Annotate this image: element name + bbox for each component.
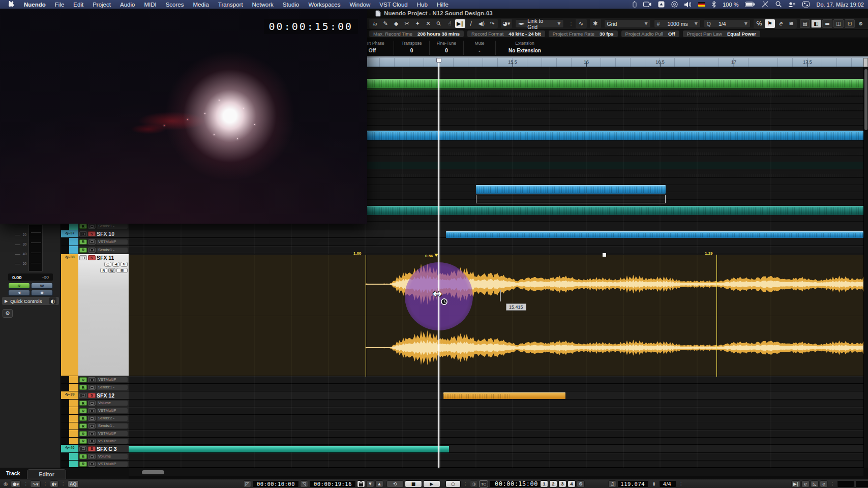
focus-icon[interactable] <box>671 1 678 8</box>
read-button[interactable]: R <box>79 239 87 245</box>
zoom-tool[interactable]: ⚲ <box>432 17 445 30</box>
track-list-automation-row[interactable]: RSends:1 - <box>61 422 129 430</box>
track-list-row[interactable]: 39SSFX 12 <box>61 391 129 400</box>
cycle-button[interactable]: ⟲ <box>386 480 404 487</box>
apple-menu[interactable] <box>4 1 19 8</box>
screen-record-icon[interactable] <box>643 2 651 7</box>
menu-edit[interactable]: Edit <box>69 2 88 8</box>
menu-window[interactable]: Window <box>345 2 375 8</box>
mute-automation-button[interactable] <box>88 454 96 459</box>
automation-lane-sends-2-[interactable] <box>129 415 863 422</box>
audio-edit-button[interactable]: e <box>820 480 828 487</box>
mute-button[interactable] <box>79 393 87 398</box>
automation-lane-sends-1-[interactable] <box>129 223 863 230</box>
record-enable-button[interactable]: ● <box>31 290 53 296</box>
split-tool[interactable]: ✂ <box>402 19 412 28</box>
goto-left-locator-button[interactable]: ◸ <box>243 480 251 487</box>
grid-type-select[interactable]: Grid▼ <box>604 19 651 28</box>
track-list-row[interactable]: 40SSFX C 3 <box>61 445 129 453</box>
glue-tool[interactable]: ✦ <box>412 19 423 28</box>
track-list-automation-row[interactable]: RVSTMultiP <box>61 461 129 468</box>
write-automation-button[interactable]: W <box>31 283 53 289</box>
mute-button[interactable] <box>79 231 87 236</box>
menu-file[interactable]: File <box>50 2 69 8</box>
lock-button[interactable] <box>357 480 365 487</box>
track-list-automation-row[interactable]: RVSTMultiP <box>61 238 129 246</box>
monitor-button[interactable]: ◀ <box>8 290 30 296</box>
audio-input-select[interactable]: ∿ ▼ <box>30 480 40 487</box>
sfx10-audio-event[interactable] <box>446 231 863 238</box>
playhead-handle[interactable] <box>436 58 441 63</box>
eventinfo-mute[interactable]: Mute- <box>464 41 496 55</box>
audio-quantize-badge[interactable]: AQ <box>68 480 79 487</box>
metronome-select[interactable]: ◖ ▼ <box>50 480 58 487</box>
track-list-automation-row[interactable]: RVSTMultiP <box>61 430 129 438</box>
read-button[interactable]: R <box>79 423 87 429</box>
mute-automation-button[interactable] <box>88 239 96 245</box>
automation-lane-vstmultip[interactable] <box>129 430 863 438</box>
menu-audio[interactable]: Audio <box>115 2 139 8</box>
mute-automation-button[interactable] <box>88 439 96 444</box>
track-list-automation-row[interactable]: RVolume <box>61 400 129 407</box>
read-button[interactable]: R <box>79 416 87 421</box>
read-button[interactable]: R <box>79 454 87 459</box>
track-list-automation-row[interactable]: RSends:1 - <box>61 246 129 254</box>
mute-automation-button[interactable] <box>88 248 96 253</box>
fade-handle[interactable] <box>434 254 438 257</box>
object-selection-tool[interactable]: Ia <box>370 19 380 28</box>
sfx11-audio-event[interactable]: 1.00 0.56 1.29 <box>129 254 863 376</box>
track-list-automation-row[interactable]: RVSTMultiP <box>61 407 129 415</box>
quantize-percent-button[interactable]: ℅ <box>754 19 764 28</box>
track-list-row-selected[interactable]: 38SSFX 11○◀↻RW▦ <box>61 254 129 376</box>
read-automation-button[interactable]: R <box>8 283 30 289</box>
read-button[interactable]: R <box>79 224 87 229</box>
bypass-icon[interactable]: ◐ <box>49 297 56 304</box>
solo-button[interactable]: S <box>88 446 96 451</box>
goto-right-locator-button[interactable]: ◹ <box>300 480 308 487</box>
track-list-automation-row[interactable]: RVSTMultiP <box>61 438 129 445</box>
lower-zone-toggle[interactable]: ▬ <box>822 19 832 28</box>
track-list-automation-row[interactable]: RSends:1 - <box>61 223 129 230</box>
zones-overview-toggle[interactable]: ⊡ <box>845 19 855 28</box>
play-button[interactable]: ▶ <box>423 480 440 487</box>
track-list-automation-row[interactable]: RVSTMultiP <box>61 376 129 384</box>
mute-automation-button[interactable] <box>88 462 96 467</box>
automation-lane-sends-1-[interactable] <box>129 422 863 430</box>
time-signature-display[interactable]: 4/4 <box>659 480 676 487</box>
track-list-automation-row[interactable]: RVolume <box>61 453 129 461</box>
right-zone-toggle[interactable]: ◫ <box>833 19 844 28</box>
horizontal-scrollbar[interactable] <box>129 468 863 476</box>
monitor-button[interactable]: ◀ <box>112 262 119 267</box>
automation-lane-volume[interactable] <box>129 453 863 461</box>
solo-button[interactable]: S <box>88 255 96 260</box>
horizontal-scrollbar-thumb[interactable] <box>142 470 164 474</box>
menu-hub[interactable]: Hub <box>412 2 432 8</box>
tempo-track-button[interactable]: ♫ <box>608 480 616 487</box>
read-button[interactable]: R <box>79 401 87 406</box>
volume-icon[interactable] <box>684 2 692 8</box>
play-order-tool[interactable]: ▶‖ <box>455 19 465 28</box>
grid-value-select[interactable]: # 1000 ms▼ <box>654 19 701 28</box>
scrub-tool[interactable]: ◀) <box>476 19 487 28</box>
read-button[interactable]: R <box>79 385 87 390</box>
write-automation-button[interactable]: W <box>108 268 115 273</box>
markers-settings-button[interactable]: ⚙ <box>577 480 585 487</box>
mute-automation-button[interactable] <box>88 416 96 421</box>
solo-button[interactable]: S <box>88 231 96 236</box>
range-tool[interactable]: ◆ <box>391 19 401 28</box>
mute-automation-button[interactable] <box>88 423 96 429</box>
read-automation-button[interactable]: R <box>100 268 107 273</box>
tempo-display[interactable]: 119.074 <box>617 480 649 487</box>
automation-lane-sends-1-[interactable] <box>129 246 863 254</box>
read-button[interactable]: R <box>79 248 87 253</box>
setup-toolbar-button[interactable]: ⚙ <box>856 19 866 28</box>
refresh-button[interactable]: ↻ <box>121 262 128 267</box>
automation-lane-sends-1-[interactable] <box>129 384 863 391</box>
marker-button-4[interactable]: 4 <box>567 480 576 487</box>
solo-button[interactable]: S <box>88 393 96 398</box>
menu-nuendo[interactable]: Nuendo <box>19 2 50 8</box>
wand-disabled-icon[interactable] <box>762 1 769 8</box>
menu-workspaces[interactable]: Workspaces <box>304 2 345 8</box>
punch-out-button[interactable]: ▲ <box>375 480 383 487</box>
menu-hilfe[interactable]: Hilfe <box>432 2 453 8</box>
